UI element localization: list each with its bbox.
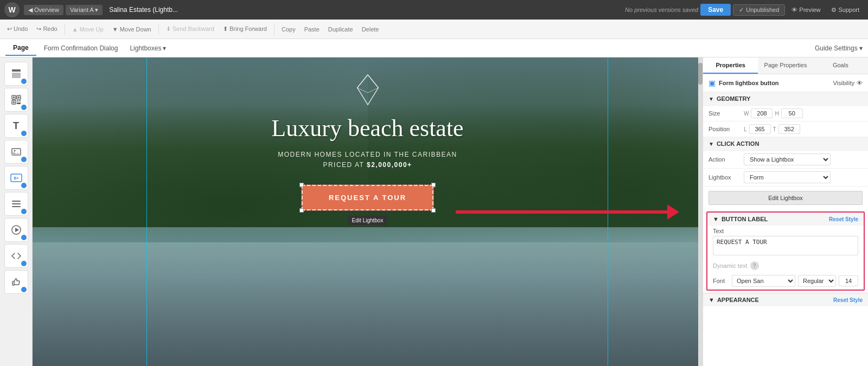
left-icon-layout[interactable] (4, 62, 28, 86)
svg-line-22 (357, 75, 367, 88)
toolbar-separator-2 (158, 24, 159, 35)
hero-subtitle: MODERN HOMES LOCATED IN THE CARIBBEAN PR… (278, 150, 457, 170)
left-icon-image[interactable] (4, 140, 28, 164)
canvas-scrollbar[interactable] (698, 57, 703, 366)
canvas-background: Luxury beach estate MODERN HOMES LOCATED… (33, 57, 703, 366)
font-style-select[interactable]: Regular (798, 275, 836, 287)
chevron-down-icon: ▾ (163, 44, 166, 52)
width-input[interactable] (751, 108, 773, 118)
top-input[interactable] (778, 124, 800, 134)
left-icon-thumbs[interactable] (4, 270, 28, 294)
copy-button[interactable]: Copy (278, 24, 299, 34)
check-icon: ✓ (739, 7, 744, 14)
visibility-control[interactable]: Visibility 👁 (833, 80, 863, 86)
height-label: H (775, 111, 778, 117)
left-icon-qr[interactable] (4, 88, 28, 112)
position-row: Position L T (703, 121, 868, 137)
left-icon-button[interactable]: B+ (4, 166, 28, 190)
move-up-button[interactable]: ▲ Move Up (68, 24, 107, 34)
handle-tl[interactable] (299, 183, 304, 187)
badge (21, 209, 27, 214)
guide-settings-button[interactable]: Guide Settings ▾ (815, 44, 863, 52)
svg-marker-19 (15, 228, 19, 232)
brand-logo (354, 74, 381, 108)
duplicate-button[interactable]: Duplicate (324, 24, 357, 34)
reset-style-link[interactable]: Reset Style (829, 216, 858, 222)
svg-text:B+: B+ (14, 176, 18, 180)
tab-properties[interactable]: Properties (703, 57, 758, 74)
overview-button[interactable]: ◀ Overview (24, 5, 63, 15)
tab-lightboxes[interactable]: Lightboxes ▾ (125, 41, 170, 55)
redo-button[interactable]: ↪ Redo (33, 24, 61, 34)
send-backward-button[interactable]: ⬇ Send Backward (162, 24, 218, 34)
button-label-header[interactable]: ▼ BUTTON LABEL Reset Style (707, 213, 864, 226)
arrow-head (667, 204, 679, 220)
undo-button[interactable]: ↩ Undo (3, 24, 31, 34)
save-button[interactable]: Save (700, 4, 731, 16)
red-arrow (456, 204, 679, 220)
delete-button[interactable]: Delete (358, 24, 383, 34)
left-icon-list[interactable] (4, 192, 28, 216)
preview-button[interactable]: 👁 Preview (787, 5, 825, 15)
dynamic-text-label: Dynamic text (713, 262, 748, 269)
action-label: Action (709, 156, 744, 163)
eye-icon: 👁 (857, 80, 863, 86)
request-tour-button[interactable]: REQUEST A TOUR (302, 185, 433, 210)
move-down-button[interactable]: ▼ Move Down (108, 24, 155, 34)
unpublished-button[interactable]: ✓ Unpublished (733, 4, 785, 16)
position-value: L T (744, 124, 800, 134)
badge (21, 157, 27, 162)
svg-rect-5 (13, 97, 15, 98)
paste-button[interactable]: Paste (301, 24, 323, 34)
badge (21, 183, 27, 188)
chevron-icon: ▼ (713, 216, 719, 222)
right-panel-tabs: Properties Page Properties Goals (703, 57, 868, 74)
handle-bl[interactable] (299, 208, 304, 213)
badge (21, 235, 27, 240)
svg-rect-16 (12, 203, 21, 204)
support-button[interactable]: ⚙ Support (827, 5, 864, 15)
chevron-icon: ▼ (709, 96, 714, 102)
dynamic-text-help[interactable]: ? (750, 261, 759, 270)
geometry-section-header[interactable]: ▼ GEOMETRY (703, 92, 868, 106)
edit-lightbox-tooltip[interactable]: Edit Lightbox (348, 216, 388, 225)
button-text-input[interactable]: REQUEST A TOUR (713, 236, 858, 255)
app-logo[interactable]: W (4, 2, 20, 17)
request-button-container: REQUEST A TOUR Edit Lightbox (301, 184, 434, 211)
height-input[interactable] (781, 108, 803, 118)
handle-br[interactable] (431, 208, 436, 213)
badge (21, 105, 27, 110)
left-input[interactable] (749, 124, 771, 134)
click-action-section-header[interactable]: ▼ CLICK ACTION (703, 137, 868, 151)
appearance-header[interactable]: ▼ APPEARANCE Reset Style (703, 293, 868, 306)
lightbox-select[interactable]: Form (744, 171, 831, 183)
eye-icon: 👁 (792, 7, 797, 13)
svg-rect-7 (13, 101, 15, 103)
text-area-prop: Text REQUEST A TOUR (707, 226, 864, 259)
svg-marker-20 (357, 75, 378, 105)
nav-bar: Page Form Confirmation Dialog Lightboxes… (0, 39, 868, 57)
top-bar: W ◀ Overview Variant A ▾ Salina Estates … (0, 0, 868, 20)
left-icon-code[interactable] (4, 244, 28, 268)
help-icon: ⚙ (831, 7, 837, 14)
tab-goals[interactable]: Goals (813, 57, 868, 74)
appearance-reset-link[interactable]: Reset Style (833, 297, 863, 303)
variant-button[interactable]: Variant A ▾ (66, 5, 103, 15)
size-label: Size (709, 110, 744, 117)
toolbar-separator-3 (274, 24, 275, 35)
tab-form-confirmation[interactable]: Form Confirmation Dialog (36, 41, 126, 55)
font-family-select[interactable]: Open San (732, 275, 795, 287)
handle-tr[interactable] (431, 183, 436, 187)
tab-page[interactable]: Page (5, 41, 36, 56)
edit-lightbox-button[interactable]: Edit Lightbox (709, 191, 863, 205)
svg-rect-1 (12, 73, 21, 78)
bring-forward-button[interactable]: ⬆ Bring Forward (219, 24, 271, 34)
left-icon-text[interactable]: T (4, 114, 28, 138)
font-size-input[interactable] (839, 275, 858, 286)
dynamic-text-row: Dynamic text ? (707, 259, 864, 272)
font-label: Font (713, 278, 729, 284)
scroll-thumb[interactable] (698, 63, 703, 85)
left-icon-play[interactable] (4, 218, 28, 242)
action-select[interactable]: Show a Lightbox (744, 153, 831, 165)
tab-page-properties[interactable]: Page Properties (758, 57, 813, 74)
